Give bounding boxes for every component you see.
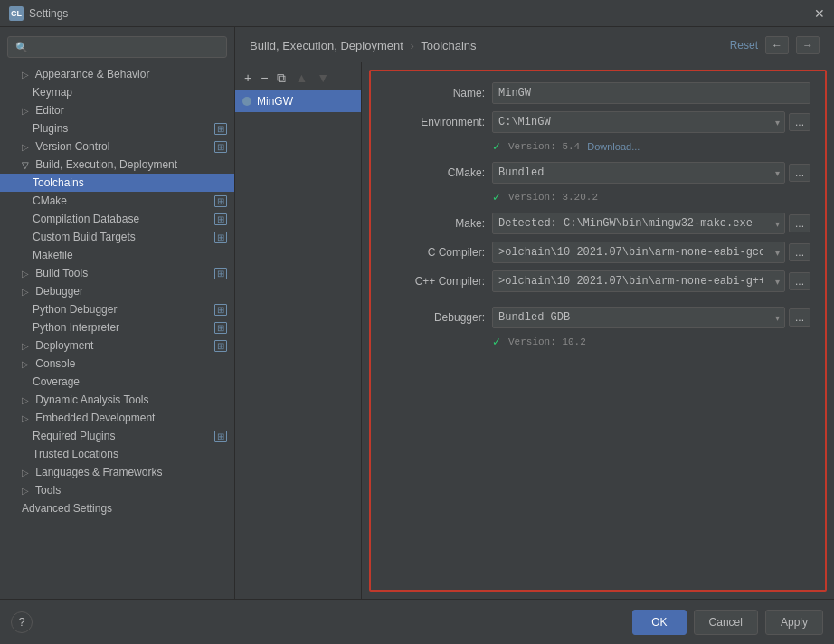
- sidebar-item-keymap[interactable]: Keymap: [0, 83, 234, 101]
- sidebar-item-plugins[interactable]: Plugins ⊞: [0, 119, 234, 137]
- sidebar-item-label: Coverage: [33, 375, 80, 388]
- sidebar-item-label: ▷ Console: [22, 357, 75, 370]
- name-input[interactable]: [492, 82, 810, 104]
- add-toolchain-button[interactable]: +: [241, 70, 255, 86]
- close-button[interactable]: ✕: [814, 7, 825, 20]
- sidebar-item-tools[interactable]: ▷ Tools: [0, 481, 234, 499]
- sidebar-item-editor[interactable]: ▷ Editor: [0, 101, 234, 119]
- cancel-button[interactable]: Cancel: [694, 610, 758, 635]
- sidebar-item-label: ▷ Tools: [22, 484, 61, 497]
- c-compiler-wrapper[interactable]: >olchain\10 2021.07\bin\arm-none-eabi-gc…: [492, 242, 785, 263]
- action-buttons: OK Cancel Apply: [632, 610, 823, 635]
- sidebar-item-debugger[interactable]: ▷ Debugger: [0, 282, 234, 300]
- cmake-wrapper[interactable]: Bundled Custom ▾: [492, 162, 785, 184]
- sidebar-item-label: Required Plugins: [33, 430, 115, 442]
- sidebar-item-label: ▷ Build Tools: [22, 267, 88, 279]
- sidebar-item-label: Plugins: [33, 122, 68, 135]
- sub-indicator: ⊞: [214, 268, 227, 279]
- sidebar-item-trusted-locations[interactable]: Trusted Locations: [0, 445, 234, 463]
- copy-toolchain-button[interactable]: ⧉: [273, 70, 289, 86]
- cmake-browse-button[interactable]: ...: [789, 164, 810, 182]
- environment-row: Environment: C:\MinGW ▾ ...: [385, 111, 810, 133]
- toolchain-item-mingw[interactable]: MinGW: [235, 90, 361, 112]
- debugger-browse-button[interactable]: ...: [789, 308, 810, 327]
- apply-button[interactable]: Apply: [765, 610, 823, 635]
- sidebar-item-deployment[interactable]: ▷ Deployment ⊞: [0, 336, 234, 355]
- sidebar-item-custom-build[interactable]: Custom Build Targets ⊞: [0, 228, 234, 246]
- sidebar-item-label: ▽ Build, Execution, Deployment: [22, 158, 177, 171]
- make-row: Make: Detected: C:\MinGW\bin\mingw32-mak…: [385, 213, 810, 234]
- sub-indicator: ⊞: [214, 195, 227, 207]
- remove-toolchain-button[interactable]: −: [257, 70, 271, 86]
- cmake-version-row: ✓ Version: 3.20.2: [385, 191, 810, 204]
- sidebar-item-languages[interactable]: ▷ Languages & Frameworks: [0, 463, 234, 481]
- sidebar-item-build-exec[interactable]: ▽ Build, Execution, Deployment: [0, 156, 234, 174]
- collapse-arrow: ▽: [22, 160, 29, 170]
- sidebar-item-python-interpreter[interactable]: Python Interpreter ⊞: [0, 318, 234, 336]
- move-up-button[interactable]: ▲: [291, 70, 311, 86]
- search-box[interactable]: 🔍: [7, 36, 227, 58]
- sidebar-item-compilation-db[interactable]: Compilation Database ⊞: [0, 210, 234, 228]
- sidebar-item-label: Custom Build Targets: [33, 231, 136, 243]
- environment-label: Environment:: [385, 116, 485, 128]
- cpp-compiler-browse-button[interactable]: ...: [789, 272, 810, 290]
- c-compiler-select[interactable]: >olchain\10 2021.07\bin\arm-none-eabi-gc…: [492, 242, 785, 263]
- sidebar-item-required-plugins[interactable]: Required Plugins ⊞: [0, 427, 234, 445]
- name-row: Name:: [385, 82, 810, 104]
- help-button[interactable]: ?: [11, 611, 33, 633]
- sidebar-item-label: Python Interpreter: [33, 321, 119, 334]
- sidebar-item-appearance[interactable]: ▷ Appearance & Behavior: [0, 65, 234, 83]
- tc-toolbar: + − ⧉ ▲ ▼: [235, 66, 361, 90]
- move-down-button[interactable]: ▼: [313, 70, 333, 86]
- sub-indicator: ⊞: [214, 232, 227, 243]
- sidebar-item-cmake[interactable]: CMake ⊞: [0, 192, 234, 210]
- sidebar-item-version-control[interactable]: ▷ Version Control ⊞: [0, 137, 234, 156]
- debugger-select[interactable]: Bundled GDB Custom: [492, 307, 785, 328]
- breadcrumb-separator: ›: [410, 39, 413, 52]
- sidebar-item-makefile[interactable]: Makefile: [0, 246, 234, 264]
- sidebar-item-label: Compilation Database: [33, 213, 139, 225]
- content-header: Build, Execution, Deployment › Toolchain…: [235, 27, 834, 62]
- make-browse-button[interactable]: ...: [789, 214, 810, 232]
- header-actions: Reset ← →: [730, 36, 820, 54]
- sidebar-item-dynamic-analysis[interactable]: ▷ Dynamic Analysis Tools: [0, 391, 234, 409]
- collapse-arrow: ▷: [22, 468, 29, 478]
- search-input[interactable]: [33, 41, 219, 53]
- window-title: Settings: [29, 7, 68, 20]
- c-compiler-browse-button[interactable]: ...: [789, 243, 810, 261]
- sidebar-item-label: CMake: [33, 194, 67, 207]
- cmake-select-row: Bundled Custom ▾ ...: [492, 162, 810, 184]
- cpp-compiler-select-row: >olchain\10 2021.07\bin\arm-none-eabi-g+…: [492, 270, 810, 292]
- collapse-arrow: ▷: [22, 142, 29, 152]
- environment-version-check: ✓: [492, 140, 501, 153]
- sidebar-item-embedded-dev[interactable]: ▷ Embedded Development: [0, 409, 234, 427]
- debugger-wrapper[interactable]: Bundled GDB Custom ▾: [492, 307, 785, 328]
- sidebar-item-label: ▷ Embedded Development: [22, 412, 155, 424]
- cpp-compiler-wrapper[interactable]: >olchain\10 2021.07\bin\arm-none-eabi-g+…: [492, 270, 785, 292]
- forward-button[interactable]: →: [796, 36, 820, 54]
- cpp-compiler-select[interactable]: >olchain\10 2021.07\bin\arm-none-eabi-g+…: [492, 270, 785, 292]
- cmake-select[interactable]: Bundled Custom: [492, 162, 785, 184]
- reset-button[interactable]: Reset: [730, 39, 758, 52]
- sub-indicator: ⊞: [214, 322, 227, 334]
- back-button[interactable]: ←: [765, 36, 789, 54]
- sub-indicator: ⊞: [214, 213, 227, 225]
- sidebar-item-python-debugger[interactable]: Python Debugger ⊞: [0, 300, 234, 318]
- sidebar-item-build-tools[interactable]: ▷ Build Tools ⊞: [0, 264, 234, 282]
- make-wrapper[interactable]: Detected: C:\MinGW\bin\mingw32-make.exe …: [492, 213, 785, 234]
- make-select[interactable]: Detected: C:\MinGW\bin\mingw32-make.exe: [492, 213, 785, 234]
- collapse-arrow: ▷: [22, 359, 29, 369]
- make-label: Make:: [385, 217, 485, 230]
- environment-select[interactable]: C:\MinGW: [492, 111, 785, 133]
- sub-indicator: ⊞: [214, 431, 227, 442]
- breadcrumb-current: Toolchains: [421, 39, 476, 52]
- sidebar-item-advanced-settings[interactable]: Advanced Settings: [0, 499, 234, 517]
- download-link[interactable]: Download...: [587, 141, 640, 152]
- sidebar-item-console[interactable]: ▷ Console: [0, 355, 234, 373]
- sidebar-item-coverage[interactable]: Coverage: [0, 373, 234, 391]
- ok-button[interactable]: OK: [632, 610, 686, 635]
- collapse-arrow: ▷: [22, 106, 29, 116]
- sidebar-item-toolchains[interactable]: Toolchains: [0, 174, 234, 192]
- environment-browse-button[interactable]: ...: [789, 113, 810, 131]
- environment-wrapper[interactable]: C:\MinGW ▾: [492, 111, 785, 133]
